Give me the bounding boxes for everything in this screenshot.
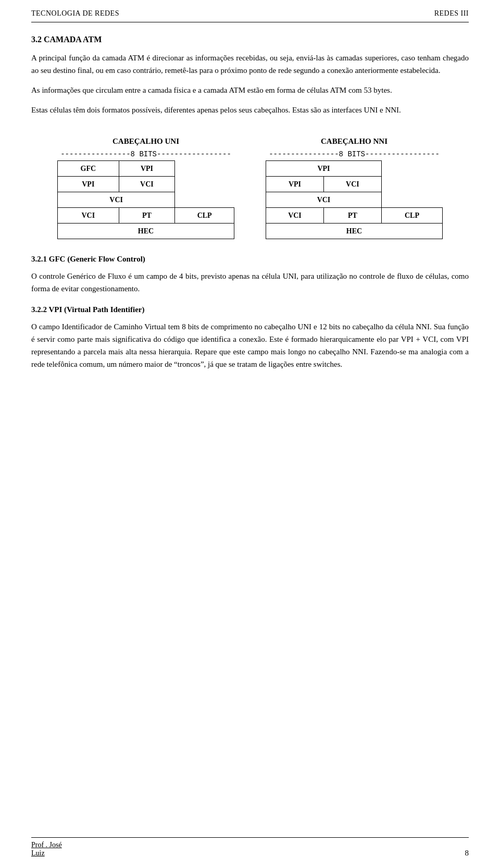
subsection1-title: 3.2.1 GFC (Generic Flow Control) bbox=[31, 255, 469, 264]
intro-paragraph: A principal função da camada ATM é direc… bbox=[31, 52, 469, 77]
vci-full-cell: VCI bbox=[58, 192, 175, 208]
table-row: VCI PT CLP bbox=[58, 208, 234, 224]
vci-cell2: VCI bbox=[266, 208, 324, 224]
vci-cell2: VCI bbox=[58, 208, 119, 224]
hec-cell: HEC bbox=[58, 224, 234, 239]
footer-page-number: 8 bbox=[465, 849, 469, 858]
nni-table: VPI VPI VCI VCI VCI PT CLP HEC bbox=[266, 160, 443, 239]
section-title: 3.2 CAMADA ATM bbox=[31, 35, 469, 44]
table-row: HEC bbox=[58, 224, 234, 239]
nni-bits-label: ----------------8 BITS----------------- bbox=[269, 150, 440, 158]
footer-author: Prof . JoséLuiz bbox=[31, 841, 62, 858]
table-row: VPI VCI bbox=[266, 177, 443, 192]
uni-diagram: CABEÇALHO UNI ----------------8 BITS----… bbox=[57, 137, 234, 239]
nni-title: CABEÇALHO NNI bbox=[321, 137, 388, 146]
vpi-full-cell: VPI bbox=[266, 161, 382, 177]
vci-full-cell: VCI bbox=[266, 192, 382, 208]
vci-cell: VCI bbox=[119, 177, 175, 192]
paragraph2: As informações que circulam entre a cama… bbox=[31, 84, 469, 96]
subsection2-para1: O campo Identificador de Caminho Virtual… bbox=[31, 320, 469, 370]
uni-table: GFC VPI VPI VCI VCI VCI PT CLP HEC bbox=[57, 160, 234, 239]
header-right: REDES III bbox=[434, 9, 469, 18]
vpi-cell2: VPI bbox=[58, 177, 119, 192]
page-header: TECNOLOGIA DE REDES REDES III bbox=[31, 0, 469, 22]
table-row: VCI bbox=[266, 192, 443, 208]
pt-cell: PT bbox=[119, 208, 175, 224]
subsection1-para: O controle Genérico de Fluxo é um campo … bbox=[31, 270, 469, 295]
uni-bits-label: ----------------8 BITS----------------- bbox=[60, 150, 231, 158]
table-row: HEC bbox=[266, 224, 443, 239]
table-row: VCI bbox=[58, 192, 234, 208]
table-row: GFC VPI bbox=[58, 161, 234, 177]
uni-title: CABEÇALHO UNI bbox=[113, 137, 179, 146]
subsection2-title: 3.2.2 VPI (Virtual Path Identifier) bbox=[31, 305, 469, 314]
vpi-cell: VPI bbox=[266, 177, 324, 192]
table-row: VPI bbox=[266, 161, 443, 177]
table-row: VPI VCI bbox=[58, 177, 234, 192]
diagrams-container: CABEÇALHO UNI ----------------8 BITS----… bbox=[31, 127, 469, 244]
table-row: VCI PT CLP bbox=[266, 208, 443, 224]
header-left: TECNOLOGIA DE REDES bbox=[31, 9, 119, 18]
footer-author-text: Prof . JoséLuiz bbox=[31, 841, 62, 857]
clp-cell: CLP bbox=[381, 208, 442, 224]
pt-cell: PT bbox=[323, 208, 381, 224]
gfc-cell: GFC bbox=[58, 161, 119, 177]
nni-diagram: CABEÇALHO NNI ----------------8 BITS----… bbox=[266, 137, 443, 239]
paragraph3: Estas células têm dois formatos possívei… bbox=[31, 104, 469, 116]
vpi-cell: VPI bbox=[119, 161, 175, 177]
clp-cell: CLP bbox=[175, 208, 234, 224]
page-footer: Prof . JoséLuiz 8 bbox=[31, 837, 469, 858]
vci-cell: VCI bbox=[323, 177, 381, 192]
hec-cell: HEC bbox=[266, 224, 443, 239]
